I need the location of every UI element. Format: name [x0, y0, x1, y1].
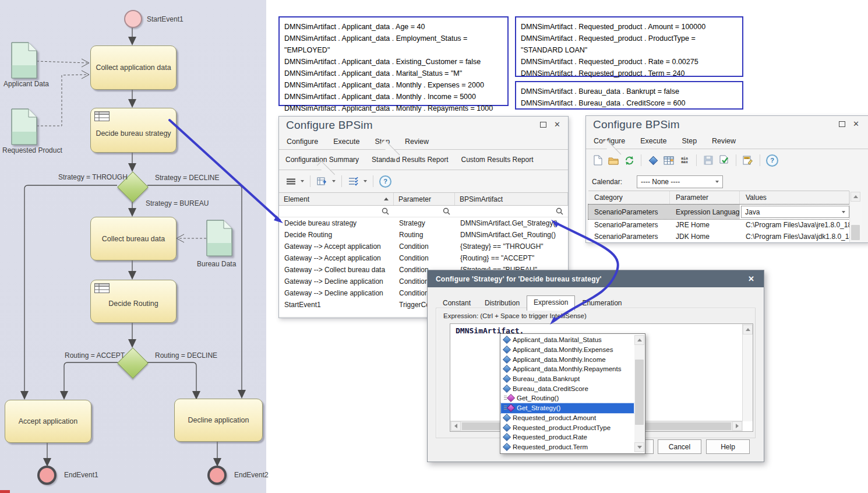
tab-distribution[interactable]: Distribution — [478, 296, 527, 310]
min-max-icon[interactable]: minmax — [679, 155, 690, 166]
list-item[interactable]: Requested_product.Amount — [501, 413, 634, 423]
list-item[interactable]: Bureau_data.CreditScore — [501, 383, 634, 393]
list-item[interactable]: Requested_product.Term — [501, 442, 634, 452]
task-collect-application-data[interactable]: Collect application data — [90, 45, 177, 90]
filter-artifact-cell[interactable] — [455, 206, 568, 217]
list-item[interactable]: Requested_product.ProductType — [501, 422, 634, 432]
intellisense-list: Applicant_data.Marital_Status Applicant_… — [501, 335, 634, 452]
dialog-title-bar[interactable]: Configure 'Strategy' for 'Decide bureau … — [428, 270, 764, 287]
table-row[interactable]: Decide bureau strategy Strategy DMNSimAr… — [279, 217, 568, 229]
filter-dropdown-icon[interactable] — [364, 180, 367, 182]
window-title-bar[interactable]: Configure BPSim ✕ — [279, 117, 568, 134]
cell-parameter: JRE Home — [670, 221, 740, 229]
cancel-button[interactable]: Cancel — [658, 439, 701, 454]
scroll-up-button[interactable] — [634, 335, 644, 345]
list-item[interactable]: Get_Routing() — [501, 393, 634, 403]
task-collect-bureau-data[interactable]: Collect bureau data — [90, 217, 177, 260]
export-dropdown-icon[interactable] — [332, 180, 336, 182]
column-header-category[interactable]: Category — [588, 191, 670, 204]
bureau-data-document[interactable] — [206, 220, 232, 256]
subtab-custom-results[interactable]: Custom Results Report — [454, 156, 539, 164]
edit-xml-icon[interactable]: XML — [742, 155, 754, 166]
table-row-selected[interactable]: ScenarioParameters Expression Language J… — [588, 205, 849, 219]
vertical-scrollbar[interactable] — [849, 191, 862, 242]
table-row[interactable]: Gateway --> Accept application Condition… — [279, 252, 568, 264]
list-item[interactable]: Requested_product.Rate — [501, 432, 634, 442]
task-decline-application[interactable]: Decline application — [174, 399, 263, 442]
table-row[interactable]: ScenarioParameters JRE Home C:\Program F… — [588, 219, 849, 231]
tab-enumeration[interactable]: Enumeration — [575, 296, 629, 310]
bureau-data-values-box[interactable]: DMNSimArtifact . Bureau_data . Bankrupt … — [515, 81, 743, 110]
calendar-select[interactable]: ---- None ---- — [637, 175, 723, 188]
tab-review[interactable]: Review — [704, 137, 743, 145]
tab-configure[interactable]: Configure — [279, 138, 326, 146]
menu-icon[interactable] — [285, 176, 297, 187]
requested-product-label: Requested Product — [2, 146, 62, 154]
scrollbar-thumb[interactable] — [635, 360, 644, 425]
end-event2-node[interactable] — [207, 466, 227, 485]
close-icon[interactable]: ✕ — [748, 274, 754, 283]
scrollbar-thumb[interactable] — [851, 225, 860, 240]
expression-language-select[interactable]: Java — [741, 206, 849, 218]
column-header-element[interactable]: Element — [279, 193, 394, 205]
maximize-icon[interactable] — [540, 122, 546, 128]
help-button[interactable]: Help — [706, 439, 750, 454]
close-icon[interactable]: ✕ — [554, 122, 560, 128]
filter-element-cell[interactable] — [279, 206, 394, 217]
list-item[interactable]: Applicant_data.Monthly.Income — [501, 354, 634, 364]
tab-execute[interactable]: Execute — [633, 137, 674, 145]
list-item[interactable]: Applicant_data.Monthly.Expenses — [501, 345, 634, 355]
parameter-table-icon[interactable] — [663, 155, 675, 166]
column-header-parameter[interactable]: Parameter — [670, 191, 740, 204]
task-decide-routing[interactable]: Decide Routing — [90, 280, 177, 323]
filter-parameter-cell[interactable] — [394, 206, 455, 217]
tab-constant[interactable]: Constant — [436, 296, 478, 310]
close-icon[interactable]: ✕ — [853, 121, 859, 127]
validate-icon[interactable] — [718, 155, 730, 166]
table-row[interactable]: ScenarioParameters JDK Home C:\Program F… — [588, 231, 849, 242]
menu-dropdown-icon[interactable] — [301, 180, 304, 182]
subtab-standard-results[interactable]: Standard Results Report — [365, 156, 454, 164]
report-sub-tabs: Configuration Summary Standard Results R… — [279, 150, 568, 170]
column-header-values[interactable]: Values — [740, 191, 849, 204]
task-accept-application[interactable]: Accept application — [5, 400, 91, 443]
column-header-bpsimartifact[interactable]: BPSimArtifact — [455, 193, 568, 205]
help-icon[interactable]: ? — [379, 175, 391, 188]
start-event-node[interactable] — [124, 10, 142, 28]
requested-product-document[interactable] — [11, 108, 37, 145]
window-title-bar[interactable]: Configure BPSim ✕ — [586, 116, 868, 133]
filter-options-icon[interactable] — [348, 176, 359, 187]
table-row[interactable]: Gateway --> Accept application Condition… — [279, 241, 568, 252]
scroll-right-button[interactable] — [732, 421, 742, 431]
applicant-data-document[interactable] — [11, 42, 37, 79]
scroll-up-button[interactable] — [743, 325, 753, 334]
save-icon[interactable] — [703, 155, 714, 166]
list-item-selected[interactable]: Get_Strategy() — [501, 403, 634, 413]
task-decide-bureau-strategy[interactable]: Decide bureau strategy — [90, 108, 177, 153]
artifact-diamond-icon[interactable] — [647, 155, 659, 166]
requested-product-values-box[interactable]: DMNSimArtifact . Requested_product . Amo… — [515, 16, 743, 77]
table-row[interactable]: Decide Routing Routing DMNSimArtifact.Ge… — [279, 229, 568, 241]
applicant-data-values-box[interactable]: DMNSimArtifact . Applicant_data . Age = … — [278, 16, 509, 106]
scroll-left-button[interactable] — [451, 421, 461, 431]
list-item[interactable]: Applicant_data.Marital_Status — [501, 335, 634, 345]
tab-expression[interactable]: Expression — [527, 295, 575, 311]
task-label: Decline application — [188, 416, 249, 424]
cell-element: Gateway --> Accept application — [279, 242, 394, 251]
help-icon[interactable]: ? — [766, 154, 778, 167]
export-summary-icon[interactable] — [316, 176, 328, 187]
maximize-icon[interactable] — [839, 121, 845, 127]
editor-vertical-scrollbar[interactable] — [742, 324, 753, 421]
column-header-parameter[interactable]: Parameter — [394, 193, 455, 205]
tab-execute[interactable]: Execute — [326, 138, 367, 146]
list-item[interactable]: Applicant_data.Monthly.Repayments — [501, 364, 634, 374]
tab-step[interactable]: Step — [674, 137, 704, 145]
refresh-icon[interactable] — [623, 155, 635, 166]
end-event1-node[interactable] — [37, 466, 57, 485]
new-configuration-icon[interactable] — [592, 155, 604, 166]
list-item[interactable]: Bureau_data.Bankrupt — [501, 374, 634, 384]
scroll-up-button[interactable] — [851, 192, 860, 202]
scroll-down-button[interactable] — [634, 442, 644, 452]
tab-review[interactable]: Review — [397, 138, 436, 146]
popup-scrollbar[interactable] — [634, 335, 644, 452]
